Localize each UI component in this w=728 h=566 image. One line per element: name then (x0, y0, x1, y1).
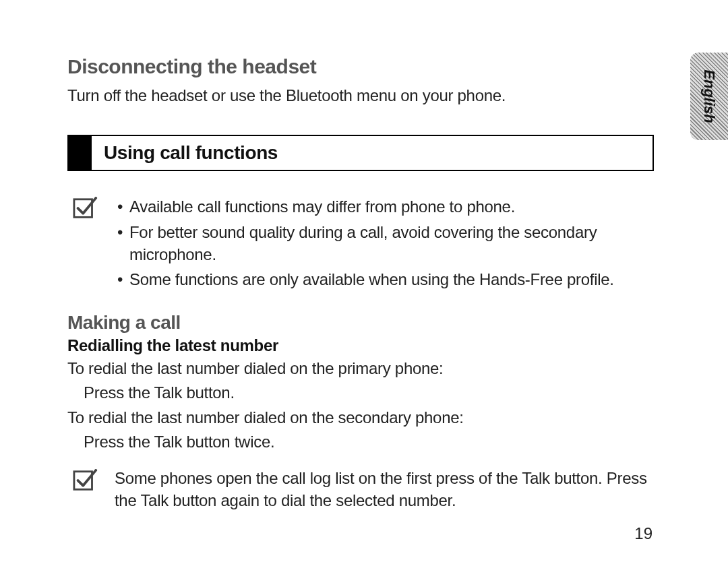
note-block-1: Available call functions may differ from… (67, 195, 654, 292)
note-1-item: For better sound quality during a call, … (115, 221, 654, 265)
section-box-call-functions: Using call functions (67, 135, 654, 171)
text-disconnecting-body: Turn off the headset or use the Bluetoot… (67, 85, 654, 106)
note-block-2: Some phones open the call log list on th… (67, 468, 654, 511)
note-1-item: Some functions are only available when u… (115, 268, 654, 290)
page-number: 19 (634, 524, 653, 543)
text-press-talk: Press the Talk button. (67, 382, 654, 404)
heading-redialling: Redialling the latest number (67, 336, 654, 355)
text-press-talk-twice: Press the Talk button twice. (67, 431, 654, 453)
text-redial-primary: To redial the last number dialed on the … (67, 358, 654, 379)
text-redial-secondary: To redial the last number dialed on the … (67, 407, 654, 429)
checkbox-icon (73, 469, 98, 495)
language-tab-label: English (700, 69, 718, 123)
checkbox-icon (73, 197, 98, 222)
section-box-tab (69, 136, 92, 170)
note-1-item: Available call functions may differ from… (115, 195, 654, 218)
heading-disconnecting: Disconnecting the headset (67, 55, 654, 78)
language-tab: English (690, 53, 728, 140)
heading-making-call: Making a call (67, 312, 654, 334)
section-box-title: Using call functions (92, 136, 653, 170)
note-1-list: Available call functions may differ from… (115, 195, 654, 292)
note-2-text: Some phones open the call log list on th… (115, 468, 654, 511)
